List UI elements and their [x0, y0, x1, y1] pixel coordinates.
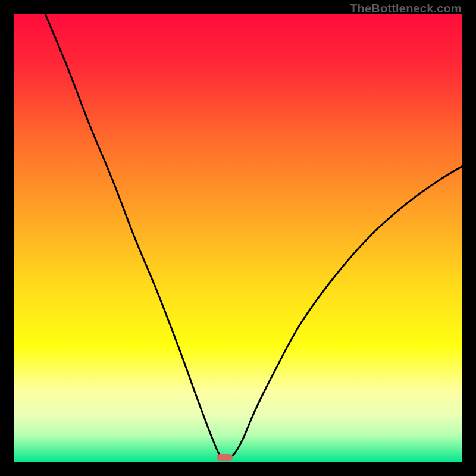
bottleneck-curve	[14, 14, 462, 462]
optimum-marker	[217, 454, 232, 461]
chart-frame: TheBottleneck.com	[0, 0, 476, 476]
plot-area	[14, 14, 462, 462]
